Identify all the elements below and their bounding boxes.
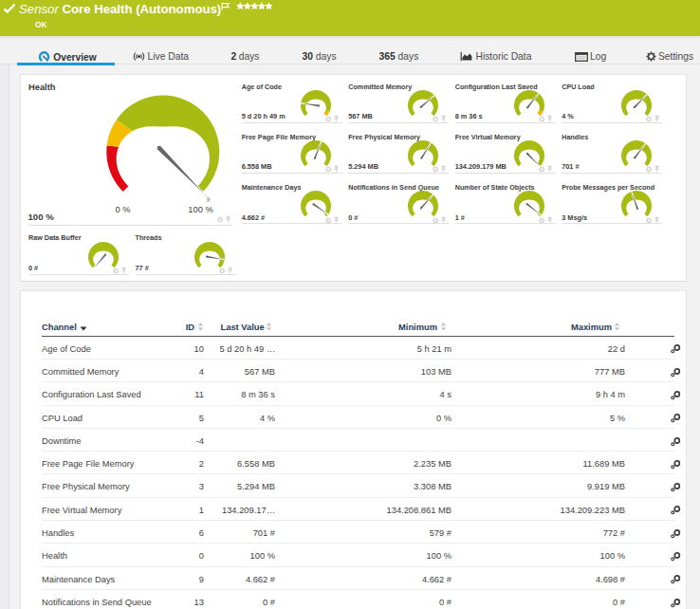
svg-text:x̄: x̄ — [206, 195, 210, 204]
